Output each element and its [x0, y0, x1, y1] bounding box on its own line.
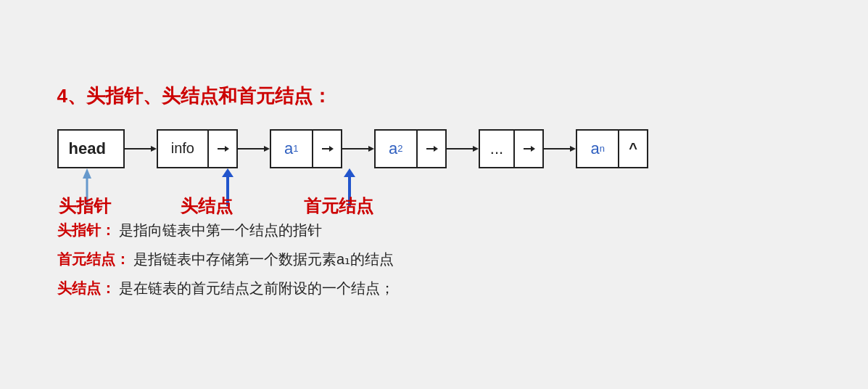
svg-marker-17	[570, 146, 576, 152]
desc-line-2: 首元结点： 是指链表中存储第一个数据元素a₁的结点	[57, 248, 811, 270]
svg-marker-3	[225, 146, 229, 152]
head-node: head	[57, 129, 125, 168]
arrow-3	[447, 129, 479, 168]
node-a1-data: a1	[271, 131, 313, 167]
desc-text-1: 是指向链表中第一个结点的指针	[119, 222, 322, 238]
svg-marker-7	[329, 146, 334, 152]
svg-marker-13	[473, 146, 479, 152]
desc-label-1: 头指针：	[57, 222, 115, 238]
desc-label-3: 头结点：	[57, 280, 115, 296]
svg-marker-15	[531, 146, 535, 152]
desc-line-1: 头指针： 是指向链表中第一个结点的指针	[57, 219, 811, 241]
node-an-ptr: ^	[619, 131, 647, 167]
desc-label-2: 首元结点：	[57, 251, 130, 267]
desc-line-3: 头结点： 是在链表的首元结点之前附设的一个结点；	[57, 277, 811, 299]
node-a2: a2	[374, 129, 447, 168]
svg-marker-11	[434, 146, 438, 152]
desc-text-2: 是指链表中存储第一个数据元素a₁的结点	[133, 251, 394, 267]
svg-marker-21	[222, 168, 233, 177]
head-ptr-label: 头指针	[59, 194, 111, 218]
node-ellipsis: ...	[479, 129, 544, 168]
svg-marker-19	[83, 168, 91, 179]
linked-list-diagram: head info	[57, 129, 811, 168]
arrow-1	[238, 129, 270, 168]
node-a1-ptr	[313, 131, 341, 167]
node-info-ptr	[209, 131, 236, 167]
node-an: an ^	[576, 129, 648, 168]
svg-marker-1	[151, 146, 157, 152]
svg-marker-23	[344, 168, 355, 177]
node-a2-data: a2	[376, 131, 418, 167]
head-node-label: 头结点	[181, 194, 233, 218]
node-info-data: info	[158, 131, 209, 167]
desc-text-3: 是在链表的首元结点之前附设的一个结点；	[119, 280, 394, 296]
node-a2-ptr	[418, 131, 445, 167]
arrow-4	[544, 129, 576, 168]
node-ellipsis-ptr	[515, 131, 542, 167]
arrow-2	[342, 129, 374, 168]
node-a1: a1	[270, 129, 342, 168]
arrow-0	[125, 129, 157, 168]
svg-marker-9	[368, 146, 374, 152]
first-node-label: 首元结点	[304, 194, 373, 218]
node-info: info	[157, 129, 238, 168]
node-an-data: an	[577, 131, 619, 167]
svg-marker-5	[264, 146, 270, 152]
main-container: 4、头指针、头结点和首元结点： head info	[36, 69, 833, 321]
node-ellipsis-data: ...	[480, 131, 515, 167]
description-section: 头指针： 是指向链表中第一个结点的指针 首元结点： 是指链表中存储第一个数据元素…	[57, 219, 811, 299]
page-title: 4、头指针、头结点和首元结点：	[57, 83, 811, 109]
head-label: head	[69, 139, 106, 158]
